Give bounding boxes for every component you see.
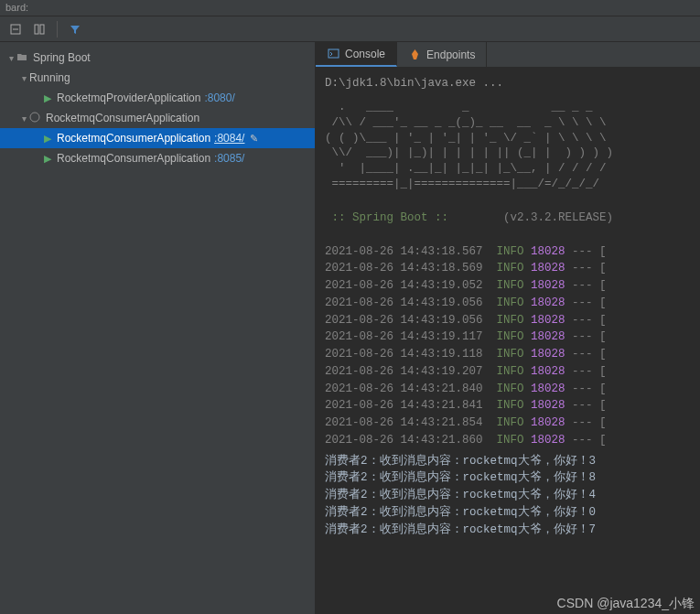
tab-console-label: Console [345,48,385,60]
tab-endpoints-label: Endpoints [426,48,475,61]
tree-consumer-group[interactable]: ▾ RocketmqConsumerApplication [0,108,315,128]
svg-rect-1 [35,25,38,34]
tree-consumer-8085-port[interactable]: :8085/ [214,152,244,165]
tab-bar: Console Endpoints [316,42,700,68]
run-dashboard-sidebar: ▾ Spring Boot ▾ Running ▶ RocketmqProvid… [0,42,316,614]
message-lines: 消费者2：收到消息内容：rocketmq大爷，你好！3消费者2：收到消息内容：r… [325,453,691,539]
spring-banner-ascii: . ____ _ __ _ _ /\\ / ___'_ __ _ _(_)_ _… [325,100,691,192]
message-line: 消费者2：收到消息内容：rocketmq大爷，你好！3 [325,453,691,470]
collapse-all-icon[interactable] [5,19,26,39]
console-output[interactable]: D:\jdk1.8\bin\java.exe ... . ____ _ __ _… [316,68,700,614]
chevron-down-icon: ▾ [18,73,29,83]
log-line: 2021-08-26 14:43:18.569 INFO 18028 --- [ [325,260,691,277]
chevron-down-icon: ▾ [18,113,29,124]
tab-console[interactable]: Console [316,42,397,67]
main-area: ▾ Spring Boot ▾ Running ▶ RocketmqProvid… [0,42,700,614]
toolbar-divider [57,21,58,38]
log-line: 2021-08-26 14:43:21.841 INFO 18028 --- [ [325,397,691,415]
window-titlebar: bard: [0,0,700,16]
console-icon [327,48,339,60]
tree-consumer-8084-port[interactable]: :8084/ [214,132,244,145]
tree-root-springboot[interactable]: ▾ Spring Boot [0,48,315,68]
run-icon: ▶ [44,92,51,104]
tree-consumer-8084-label: RocketmqConsumerApplication [57,132,210,145]
message-line: 消费者2：收到消息内容：rocketmq大爷，你好！8 [325,469,691,487]
spring-boot-label: :: Spring Boot :: [325,211,456,224]
tree-consumer-8084[interactable]: ▶ RocketmqConsumerApplication :8084/ ✎ [0,128,315,148]
filter-icon[interactable] [65,19,85,39]
run-icon: ▶ [44,133,51,145]
message-line: 消费者2：收到消息内容：rocketmq大爷，你好！7 [325,522,691,539]
tree-consumer-8085-label: RocketmqConsumerApplication [57,152,210,165]
tree-root-label: Spring Boot [33,51,91,64]
log-lines: 2021-08-26 14:43:18.567 INFO 18028 --- [… [325,243,691,449]
svg-rect-4 [328,49,339,58]
log-line: 2021-08-26 14:43:19.118 INFO 18028 --- [ [325,346,691,363]
window-title-text: bard: [5,2,28,13]
message-line: 消费者2：收到消息内容：rocketmq大爷，你好！4 [325,487,691,504]
tree-consumer-group-label: RocketmqConsumerApplication [46,112,199,124]
watermark-text: CSDN @java1234_小锋 [557,596,695,612]
tree-consumer-8085[interactable]: ▶ RocketmqConsumerApplication :8085/ [0,148,315,168]
spring-boot-version: (v2.3.2.RELEASE) [503,211,613,224]
svg-point-3 [30,113,39,122]
run-tree: ▾ Spring Boot ▾ Running ▶ RocketmqProvid… [0,42,315,174]
folder-icon [16,51,29,65]
log-line: 2021-08-26 14:43:19.056 INFO 18028 --- [ [325,312,691,329]
content-area: Console Endpoints D:\jdk1.8\bin\java.exe… [316,42,700,614]
svg-rect-2 [40,25,44,34]
message-line: 消费者2：收到消息内容：rocketmq大爷，你好！0 [325,504,691,522]
endpoints-icon [408,48,421,61]
console-cmd: D:\jdk1.8\bin\java.exe ... [325,77,503,90]
log-line: 2021-08-26 14:43:19.207 INFO 18028 --- [ [325,363,691,381]
log-line: 2021-08-26 14:43:19.052 INFO 18028 --- [ [325,277,691,295]
log-line: 2021-08-26 14:43:21.854 INFO 18028 --- [ [325,415,691,432]
layout-icon[interactable] [29,19,49,39]
toolbar [0,16,700,42]
log-line: 2021-08-26 14:43:21.860 INFO 18028 --- [ [325,432,691,449]
edit-icon[interactable]: ✎ [250,133,258,145]
run-icon: ▶ [44,153,51,165]
log-line: 2021-08-26 14:43:18.567 INFO 18028 --- [ [325,243,691,261]
tree-running-group[interactable]: ▾ Running [0,68,315,88]
tree-provider-port[interactable]: :8080/ [204,92,234,104]
tab-endpoints[interactable]: Endpoints [397,42,487,67]
tree-provider-app[interactable]: ▶ RocketmqProviderApplication :8080/ [0,88,315,108]
log-line: 2021-08-26 14:43:21.840 INFO 18028 --- [ [325,381,691,398]
log-line: 2021-08-26 14:43:19.056 INFO 18028 --- [ [325,295,691,312]
tree-running-label: Running [29,71,70,84]
tree-provider-label: RocketmqProviderApplication [57,92,200,104]
log-line: 2021-08-26 14:43:19.117 INFO 18028 --- [ [325,329,691,346]
group-icon [29,112,42,125]
chevron-down-icon: ▾ [5,53,16,63]
